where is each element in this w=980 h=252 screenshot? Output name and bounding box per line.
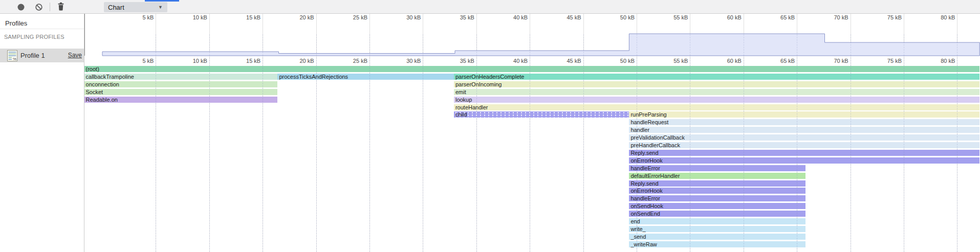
flame-frame[interactable]: preHandlerCallback <box>629 142 979 148</box>
flame-gridline-dashed <box>423 57 423 252</box>
block-icon <box>35 3 43 11</box>
flame-frame[interactable]: _writeRaw <box>629 241 805 247</box>
record-icon <box>17 3 25 11</box>
flame-ruler-label: 65 kB <box>780 58 795 64</box>
flame-frame[interactable]: parserOnHeadersComplete <box>454 74 979 80</box>
flame-frame[interactable]: onSendHook <box>629 203 805 209</box>
flame-ruler-label: 25 kB <box>353 58 367 64</box>
overview-gridline-dashed <box>316 34 317 56</box>
profiles-sidebar: Profiles SAMPLING PROFILES % Profile 1 S… <box>0 14 84 252</box>
flame-frame[interactable]: (root) <box>84 66 979 72</box>
flame-frame[interactable]: Reply.send <box>629 150 979 156</box>
record-button[interactable] <box>17 3 25 11</box>
chevron-down-icon: ▼ <box>158 5 167 10</box>
trash-icon <box>57 2 65 11</box>
flame-ruler-label: 80 kB <box>941 58 955 64</box>
flame-frame[interactable]: routeHandler <box>454 104 979 110</box>
flame-frame[interactable]: onSendEnd <box>629 211 805 217</box>
overview-gridline-dashed <box>637 34 637 56</box>
flame-gridline-dashed <box>263 57 263 252</box>
flame-gridline-dashed <box>369 57 370 252</box>
flame-frame[interactable]: write_ <box>629 226 805 232</box>
flame-frame[interactable]: lookup <box>454 97 979 103</box>
flame-ruler-label: 40 kB <box>513 58 528 64</box>
flame-frame[interactable]: handleError <box>629 165 805 171</box>
flame-frame[interactable]: handler <box>629 127 979 133</box>
overview-gridline-dashed <box>209 34 210 56</box>
overview-gridline-dashed <box>423 34 423 56</box>
flame-gridline-dashed <box>209 57 210 252</box>
flame-ruler-label: 35 kB <box>460 58 474 64</box>
clear-button[interactable] <box>35 3 43 11</box>
flame-gridline-dashed <box>904 57 904 252</box>
delete-profile-button[interactable] <box>57 2 65 10</box>
overview-gridline-dashed <box>369 34 370 56</box>
memory-profiler-panel: Chart ▼ Profiles SAMPLING PROFILES % Pro… <box>0 0 980 252</box>
flame-frame[interactable]: onErrorHook <box>629 157 979 164</box>
flame-gridline-dashed <box>156 57 156 252</box>
overview-gridline-dashed <box>744 34 744 56</box>
overview-gridline-dashed <box>957 34 957 56</box>
memory-overview[interactable] <box>84 14 980 56</box>
flame-chart-area[interactable]: 5 kB5 kB10 kB10 kB15 kB15 kB20 kB20 kB25… <box>84 14 980 252</box>
profile-name: Profile 1 <box>20 49 45 62</box>
flame-frame[interactable]: emit <box>454 89 979 95</box>
flame-gridline-dashed <box>851 57 851 252</box>
flame-ruler-label: 30 kB <box>406 58 421 64</box>
sidebar-divider <box>0 29 84 29</box>
flame-frame[interactable]: Socket <box>84 89 277 95</box>
flame-ruler-label: 60 kB <box>727 58 742 64</box>
overview-gridline-dashed <box>797 34 797 56</box>
flame-ruler-label: 45 kB <box>567 58 581 64</box>
flame-frame[interactable]: parserOnIncoming <box>454 81 979 87</box>
overview-gridline-dashed <box>530 34 530 56</box>
overview-gridline-dashed <box>851 34 851 56</box>
flame-gridline-dashed <box>744 57 744 252</box>
flame-frame[interactable]: _send <box>629 234 805 240</box>
active-tab-indicator <box>145 0 179 2</box>
flame-ruler-label: 75 kB <box>887 58 902 64</box>
flame-gridline-dashed <box>797 57 797 252</box>
flame-frame[interactable]: end <box>629 218 805 224</box>
flame-gridline-dashed <box>637 57 637 252</box>
flame-frame[interactable]: preValidationCallback <box>629 134 979 141</box>
overview-gridline-dashed <box>156 34 156 56</box>
profile-sheet-icon: % <box>7 50 17 61</box>
sampling-profiles-section-label: SAMPLING PROFILES <box>4 34 64 40</box>
toolbar-separator <box>50 3 50 11</box>
overview-gridline-dashed <box>583 34 584 56</box>
overview-gridline-dashed <box>263 34 263 56</box>
svg-text:%: % <box>13 57 16 61</box>
flame-frame[interactable]: child <box>454 111 629 118</box>
flame-frame[interactable]: callbackTrampoline <box>84 74 277 80</box>
flame-ruler-label: 5 kB <box>142 58 154 64</box>
flame-gridline-dashed <box>476 57 477 252</box>
flame-frame[interactable]: Readable.on <box>84 97 277 103</box>
flame-frame[interactable]: handleError <box>629 195 805 201</box>
flame-gridline-dashed <box>316 57 317 252</box>
flame-frame[interactable]: Reply.send <box>629 180 805 187</box>
flame-frame[interactable]: runPreParsing <box>629 111 979 118</box>
overview-left-edge <box>84 14 85 56</box>
flame-ruler-label: 50 kB <box>620 58 635 64</box>
flame-gridline-dashed <box>690 57 690 252</box>
flame-ruler-label: 10 kB <box>193 58 207 64</box>
flame-gridline-dashed <box>530 57 530 252</box>
flame-frame[interactable]: handleRequest <box>629 119 979 125</box>
flame-frame[interactable]: onconnection <box>84 81 277 87</box>
flame-frame[interactable]: onErrorHook <box>629 188 805 194</box>
flame-gridline-dashed <box>957 57 957 252</box>
flame-frame[interactable]: defaultErrorHandler <box>629 173 805 179</box>
overview-gridline-dashed <box>904 34 904 56</box>
view-mode-select[interactable]: Chart ▼ <box>104 2 167 12</box>
save-profile-link[interactable]: Save <box>68 49 82 62</box>
profile-list-item[interactable]: % Profile 1 Save <box>0 49 84 62</box>
flame-ruler-label: 70 kB <box>834 58 848 64</box>
profiler-toolbar: Chart ▼ <box>0 0 980 14</box>
view-mode-value: Chart <box>104 4 158 11</box>
flame-ruler-label: 55 kB <box>673 58 688 64</box>
overview-gridline-dashed <box>690 34 690 56</box>
sidebar-heading: Profiles <box>5 19 27 27</box>
overview-gridline-dashed <box>476 34 477 56</box>
flame-frame[interactable]: processTicksAndRejections <box>277 74 454 80</box>
